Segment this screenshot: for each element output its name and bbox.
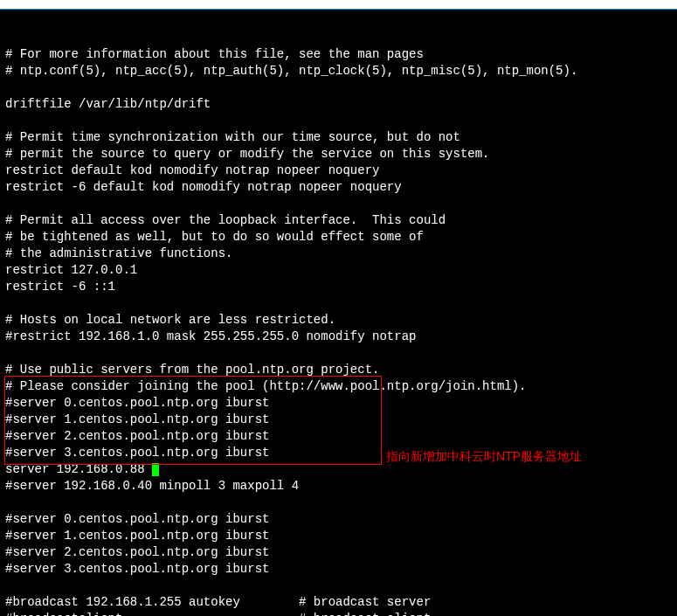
terminal-line: #server 0.centos.pool.ntp.org iburst — [5, 511, 672, 528]
terminal-line: # Use public servers from the pool.ntp.o… — [5, 362, 672, 378]
terminal-line: driftfile /var/lib/ntp/drift — [5, 96, 672, 113]
terminal-line — [5, 495, 672, 511]
terminal-line — [5, 196, 672, 212]
terminal-line — [5, 80, 672, 96]
terminal-line: #server 2.centos.pool.ntp.org iburst — [5, 544, 672, 561]
terminal-line: restrict 127.0.0.1 — [5, 262, 672, 279]
terminal-line: #server 192.168.0.40 minpoll 3 maxpoll 4 — [5, 478, 672, 495]
terminal-line — [5, 578, 672, 594]
terminal-line: restrict -6 default kod nomodify notrap … — [5, 179, 672, 196]
terminal-line: #server 3.centos.pool.ntp.org iburst — [5, 561, 672, 578]
terminal-line: # Permit all access over the loopback in… — [5, 212, 672, 229]
terminal-line: # the administrative functions. — [5, 246, 672, 262]
terminal-line: #server 0.centos.pool.ntp.org iburst — [5, 395, 672, 412]
terminal-line: # For more information about this file, … — [5, 46, 672, 63]
terminal-line: #broadcastclient # broadcast client — [5, 611, 672, 616]
terminal-line: # Hosts on local network are less restri… — [5, 312, 672, 329]
terminal-line: restrict default kod nomodify notrap nop… — [5, 163, 672, 179]
terminal-line: #server 1.centos.pool.ntp.org iburst — [5, 528, 672, 544]
terminal-line: # ntp.conf(5), ntp_acc(5), ntp_auth(5), … — [5, 63, 672, 80]
terminal-line — [5, 345, 672, 362]
terminal-line: # permit the source to query or modify t… — [5, 146, 672, 163]
terminal-line: # Please consider joining the pool (http… — [5, 378, 672, 395]
annotation-label: 指向新增加中科云时NTP服务器地址 — [386, 448, 582, 465]
terminal-line — [5, 295, 672, 312]
terminal-editor[interactable]: # For more information about this file, … — [0, 10, 677, 616]
terminal-line: restrict -6 ::1 — [5, 279, 672, 295]
terminal-line: # be tightened as well, but to do so wou… — [5, 229, 672, 246]
terminal-line: #broadcast 192.168.1.255 autokey # broad… — [5, 594, 672, 611]
terminal-line — [5, 113, 672, 129]
file-content: # For more information about this file, … — [5, 46, 672, 616]
terminal-line: #server 2.centos.pool.ntp.org iburst — [5, 428, 672, 445]
window-titlebar — [0, 0, 677, 10]
terminal-line: # Permit time synchronization with our t… — [5, 129, 672, 146]
terminal-line: #server 1.centos.pool.ntp.org iburst — [5, 412, 672, 428]
terminal-line: #restrict 192.168.1.0 mask 255.255.255.0… — [5, 329, 672, 345]
cursor — [152, 463, 159, 476]
